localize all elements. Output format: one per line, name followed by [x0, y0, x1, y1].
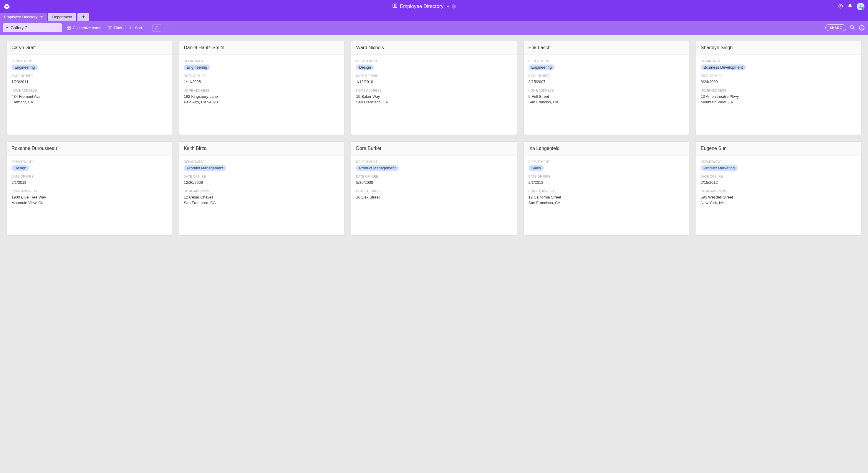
field-label-home-address: HOME ADDRESS — [356, 89, 512, 92]
card-name: Ina Langenfeld — [524, 142, 689, 155]
filter-label: Filter — [114, 26, 123, 30]
filter-icon — [108, 26, 112, 30]
svg-point-10 — [850, 26, 854, 29]
department-tag: Sales — [528, 165, 544, 171]
employee-card[interactable]: Dora BurketDEPARTMENTProduct ManagementD… — [351, 141, 517, 236]
department-tag: Product Marketing — [701, 165, 738, 171]
app-logo-icon[interactable] — [3, 3, 10, 10]
department-tag: Product Management — [356, 165, 398, 171]
employee-card[interactable]: Daniel Hantz-SmithDEPARTMENTEngineeringD… — [179, 41, 344, 135]
card-name: Keith Birza — [179, 142, 344, 155]
customize-cards-button[interactable]: Customize cards — [65, 26, 103, 30]
card-body: DEPARTMENTEngineeringDATE OF HIRE1/11/20… — [179, 55, 344, 110]
field-label-home-address: HOME ADDRESS — [11, 89, 167, 92]
field-label-date-of-hire: DATE OF HIRE — [528, 175, 684, 178]
field-label-home-address: HOME ADDRESS — [184, 190, 340, 193]
field-label-home-address: HOME ADDRESS — [701, 89, 857, 92]
sort-icon — [129, 26, 133, 30]
field-label-department: DEPARTMENT — [11, 160, 167, 164]
svg-rect-4 — [69, 26, 70, 27]
card-name: Daniel Hantz-Smith — [179, 41, 344, 55]
app-header: Employee Directory i ? — [0, 0, 868, 13]
employee-card[interactable]: Ward NicholsDEPARTMENTDesignDATE OF HIRE… — [351, 41, 517, 135]
employee-card[interactable]: Roxanne DurousseauDEPARTMENTDesignDATE O… — [6, 141, 172, 236]
department-tag: Engineering — [528, 64, 555, 70]
notifications-icon[interactable] — [847, 3, 853, 10]
card-name: Ward Nichols — [351, 41, 517, 55]
field-label-home-address: HOME ADDRESS — [701, 190, 857, 193]
svg-rect-3 — [67, 26, 68, 27]
filter-button[interactable]: Filter — [106, 26, 124, 30]
date-of-hire-value: 2/1/2013 — [11, 180, 167, 185]
employee-card[interactable]: Erik LaschDEPARTMENTEngineeringDATE OF H… — [524, 41, 689, 135]
card-name: Dora Burket — [351, 142, 517, 155]
book-icon — [392, 3, 398, 10]
field-label-home-address: HOME ADDRESS — [356, 190, 512, 193]
field-label-department: DEPARTMENT — [184, 59, 340, 63]
field-label-date-of-hire: DATE OF HIRE — [701, 175, 857, 178]
table-tab-department[interactable]: Department — [48, 13, 76, 21]
more-options-button[interactable] — [164, 26, 172, 30]
field-label-home-address: HOME ADDRESS — [184, 89, 340, 92]
field-label-department: DEPARTMENT — [701, 160, 857, 164]
field-label-department: DEPARTMENT — [701, 59, 857, 63]
field-label-date-of-hire: DATE OF HIRE — [184, 74, 340, 78]
card-body: DEPARTMENTBusiness DevelopmentDATE OF HI… — [696, 55, 861, 110]
department-tag: Engineering — [184, 64, 210, 70]
table-tab-active[interactable]: Employee Directory — [0, 13, 47, 21]
help-icon[interactable]: ? — [838, 3, 843, 10]
field-label-date-of-hire: DATE OF HIRE — [184, 175, 340, 178]
svg-line-11 — [853, 29, 855, 30]
home-address-value: 434 Fremont Ave Fremont, CA — [11, 94, 167, 105]
dots-icon — [166, 26, 170, 30]
department-tag: Business Development — [701, 64, 746, 70]
employee-card[interactable]: Sharolyn SinghDEPARTMENTBusiness Develop… — [696, 41, 862, 135]
employee-card[interactable]: Ina LangenfeldDEPARTMENTSalesDATE OF HIR… — [524, 141, 689, 236]
date-of-hire-value: 1/23/2011 — [11, 79, 167, 85]
field-label-department: DEPARTMENT — [356, 59, 512, 63]
base-title: Employee Directory — [400, 3, 443, 9]
department-tag: Product Management — [184, 165, 226, 171]
date-of-hire-value: 1/13/2010 — [356, 79, 512, 85]
home-address-value: 9 Fell Street San Franciso, CA — [528, 94, 684, 105]
field-label-date-of-hire: DATE OF HIRE — [701, 74, 857, 78]
home-address-value: 192 Kingsbury Lane Palo Alto, CA 94323 — [184, 94, 340, 105]
table-tab-label: Department — [52, 15, 72, 19]
card-body: DEPARTMENTDesignDATE OF HIRE2/1/2013HOME… — [7, 155, 172, 211]
search-icon[interactable] — [849, 25, 856, 31]
svg-point-9 — [169, 27, 169, 28]
add-table-button[interactable]: + — [78, 13, 89, 21]
info-icon[interactable]: i — [452, 4, 456, 8]
card-name: Roxanne Durousseau — [7, 142, 172, 155]
field-label-date-of-hire: DATE OF HIRE — [11, 74, 167, 78]
svg-text:?: ? — [840, 5, 841, 8]
share-button[interactable]: SHARE — [825, 25, 846, 31]
home-address-value: 16 Oak Street — [356, 195, 512, 200]
card-name: Eugene Sun — [696, 142, 861, 155]
date-of-hire-value: 12/30/2006 — [184, 180, 340, 185]
home-address-value: 13 Amphitheatre Pkwy Mountain View, CA — [701, 94, 857, 105]
view-switcher[interactable]: Gallery 7 — [3, 23, 62, 32]
card-name: Sharolyn Singh — [696, 41, 861, 55]
field-label-home-address: HOME ADDRESS — [528, 89, 684, 92]
base-title-area[interactable]: Employee Directory i — [10, 3, 838, 10]
sort-button[interactable]: Sort — [127, 26, 144, 30]
field-label-department: DEPARTMENT — [11, 59, 167, 63]
field-label-date-of-hire: DATE OF HIRE — [356, 175, 512, 178]
gallery-grid: Caryn GraffDEPARTMENTEngineeringDATE OF … — [0, 35, 868, 241]
svg-point-2 — [860, 5, 861, 6]
share-icon — [155, 26, 159, 30]
date-of-hire-value: 1/11/2005 — [184, 79, 340, 85]
home-address-value: 1900 Blue Tree Way Mountain View, Ca — [11, 195, 167, 206]
employee-card[interactable]: Caryn GraffDEPARTMENTEngineeringDATE OF … — [6, 41, 172, 135]
share-export-button[interactable] — [153, 24, 161, 31]
field-label-date-of-hire: DATE OF HIRE — [356, 74, 512, 78]
card-name: Erik Lasch — [524, 41, 689, 55]
customize-cards-label: Customize cards — [73, 26, 101, 30]
avatar[interactable] — [857, 3, 865, 10]
chevron-down-icon — [40, 16, 43, 18]
employee-card[interactable]: Eugene SunDEPARTMENTProduct MarketingDAT… — [696, 141, 862, 236]
field-label-home-address: HOME ADDRESS — [528, 190, 684, 193]
history-icon[interactable] — [859, 25, 865, 31]
employee-card[interactable]: Keith BirzaDEPARTMENTProduct ManagementD… — [179, 141, 344, 236]
